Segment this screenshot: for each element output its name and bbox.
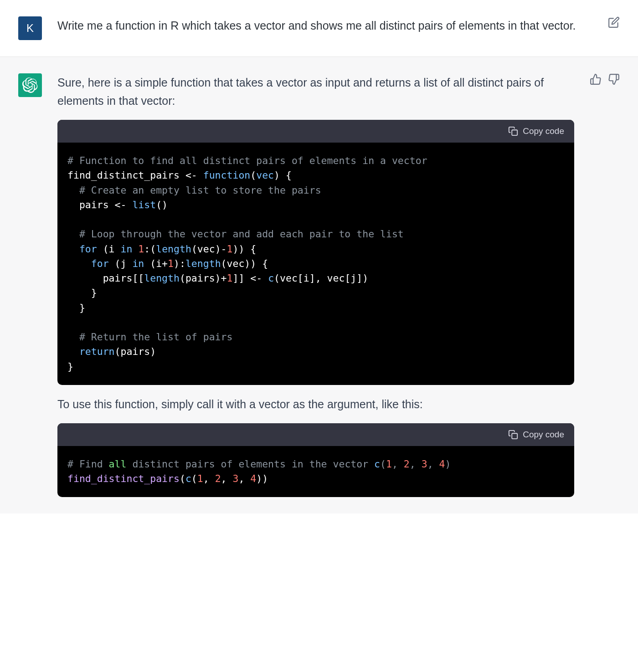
copy-code-button[interactable]: Copy code [508, 430, 564, 440]
code-token: , [410, 458, 422, 470]
assistant-actions [590, 73, 620, 497]
code-token: 4 [439, 458, 445, 470]
code-token: # Find [67, 458, 109, 470]
assistant-message-row: Sure, here is a simple function that tak… [0, 56, 638, 513]
code-token: :( [144, 243, 156, 255]
code-token [132, 243, 138, 255]
code-content-2[interactable]: # Find all distinct pairs of elements in… [57, 446, 574, 498]
code-token: , [221, 473, 233, 484]
code-token: } [67, 302, 85, 313]
code-token: # Loop through the vector and add each p… [67, 228, 404, 240]
code-token: find_distinct_pairs <- [67, 169, 203, 181]
code-token: 2 [215, 473, 221, 484]
code-token: ) [445, 458, 451, 470]
code-token: # Create an empty list to store the pair… [67, 185, 321, 196]
svg-rect-1 [512, 433, 517, 439]
user-message-row: K Write me a function in R which takes a… [0, 0, 638, 56]
code-token: length [185, 258, 221, 269]
code-token: 3 [233, 473, 239, 484]
code-token: in [121, 243, 133, 255]
code-token: )) { [233, 243, 257, 255]
code-header: Copy code [57, 423, 574, 446]
code-token: function [203, 169, 251, 181]
code-token: c [185, 473, 191, 484]
code-header: Copy code [57, 120, 574, 143]
code-token: (i+ [144, 258, 168, 269]
avatar-letter: K [26, 22, 34, 35]
code-token: 4 [250, 473, 256, 484]
code-token: (pairs) [115, 346, 156, 357]
svg-rect-0 [512, 130, 517, 135]
user-message-text: Write me a function in R which takes a v… [57, 16, 592, 35]
code-token: 1 [168, 258, 174, 269]
code-token: ): [174, 258, 185, 269]
assistant-avatar [18, 73, 42, 97]
code-token: pairs[[ [67, 272, 144, 284]
code-token: () [156, 199, 168, 210]
code-token: (vec)- [191, 243, 227, 255]
code-token: 2 [404, 458, 410, 470]
code-token: length [144, 272, 180, 284]
code-token: ( [250, 169, 256, 181]
code-token: } [67, 361, 73, 372]
code-token: for [67, 258, 109, 269]
code-token: length [156, 243, 191, 255]
code-block-1: Copy code # Function to find all distinc… [57, 120, 574, 385]
code-token: pairs <- [67, 199, 132, 210]
code-token: return [67, 346, 115, 357]
code-token: (i [97, 243, 121, 255]
copy-code-button[interactable]: Copy code [508, 126, 564, 136]
code-token: 3 [422, 458, 427, 470]
code-token: in [132, 258, 144, 269]
thumbs-up-icon[interactable] [590, 73, 602, 85]
code-token: 1 [227, 272, 233, 284]
code-token: 1 [386, 458, 392, 470]
code-token: find_distinct_pairs [67, 473, 180, 484]
code-token: ) { [274, 169, 292, 181]
code-token: ( [380, 458, 386, 470]
user-actions [608, 16, 620, 40]
assistant-mid-text: To use this function, simply call it wit… [57, 395, 574, 413]
code-token: (vec)) { [221, 258, 268, 269]
code-token: all [109, 458, 127, 470]
copy-code-label: Copy code [523, 126, 564, 136]
user-avatar: K [18, 16, 42, 40]
code-token: distinct pairs of elements in the vector [126, 458, 374, 470]
code-token: c [268, 272, 274, 284]
code-token: , [427, 458, 439, 470]
code-token: (j [109, 258, 133, 269]
code-content-1[interactable]: # Function to find all distinct pairs of… [57, 143, 574, 385]
code-token: , [238, 473, 250, 484]
code-token: )) [256, 473, 268, 484]
code-token: ]] <- [232, 272, 268, 284]
thumbs-down-icon[interactable] [608, 73, 620, 85]
code-block-2: Copy code # Find all distinct pairs of e… [57, 423, 574, 498]
copy-code-label: Copy code [523, 430, 564, 440]
code-token: c [374, 458, 380, 470]
code-token: vec [256, 169, 274, 181]
code-token: , [203, 473, 215, 484]
code-token: (pairs)+ [180, 272, 227, 284]
code-token: # Return the list of pairs [67, 331, 232, 343]
code-token: ( [191, 473, 197, 484]
assistant-message-body: Sure, here is a simple function that tak… [57, 73, 574, 497]
code-token: list [132, 199, 156, 210]
code-token: } [67, 287, 97, 298]
user-message-body: Write me a function in R which takes a v… [57, 16, 592, 40]
assistant-intro-text: Sure, here is a simple function that tak… [57, 73, 574, 110]
code-token: 1 [197, 473, 203, 484]
code-token: (vec[i], vec[j]) [274, 272, 368, 284]
code-token: , [392, 458, 404, 470]
code-token: 1 [138, 243, 144, 255]
code-token: # Function to find all distinct pairs of… [67, 155, 427, 166]
code-token: for [67, 243, 97, 255]
edit-icon[interactable] [608, 16, 620, 28]
code-token: 1 [227, 243, 233, 255]
code-token: ( [180, 473, 185, 484]
